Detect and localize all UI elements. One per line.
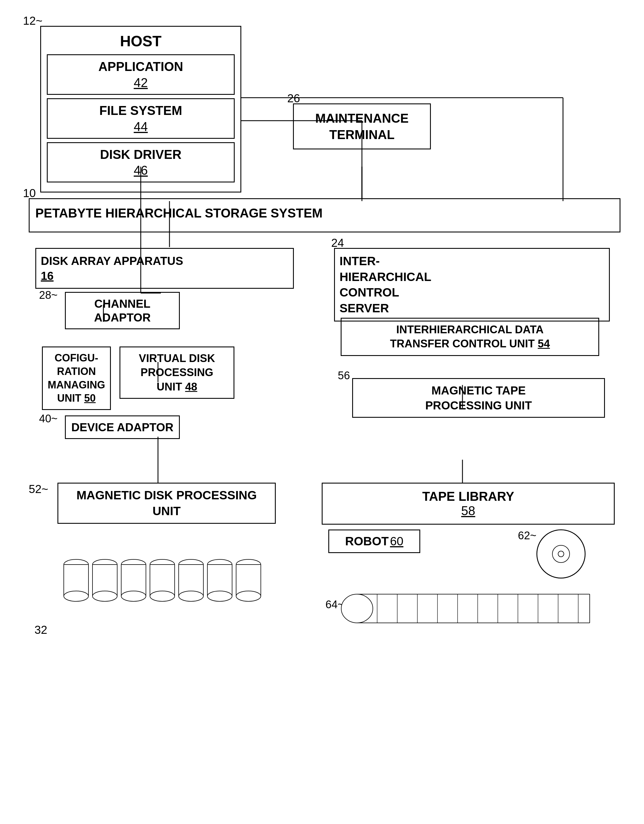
- application-box: APPLICATION 42: [47, 54, 235, 95]
- device-adaptor-box: DEVICE ADAPTOR: [65, 415, 180, 439]
- virtual-disk-label: VIRTUAL DISKPROCESSINGUNIT 48: [139, 352, 215, 393]
- robot-label: ROBOT: [345, 534, 389, 548]
- petabyte-box: PETABYTE HIERARCHICAL STORAGE SYSTEM DIS…: [29, 198, 621, 232]
- disk-cylinders: [63, 557, 261, 603]
- channel-adaptor-box: CHANNEL ADAPTOR: [65, 292, 180, 329]
- ref-32: 32: [34, 623, 48, 636]
- device-adaptor-label: DEVICE ADAPTOR: [71, 421, 174, 434]
- robot-number: 60: [390, 534, 404, 548]
- maintenance-terminal-label: MAINTENANCE TERMINAL: [315, 111, 409, 141]
- virtual-disk-box: VIRTUAL DISKPROCESSINGUNIT 48: [120, 346, 234, 399]
- tape-library-box: TAPE LIBRARY 58 ROBOT 60 62~ 64~: [322, 483, 615, 525]
- disk-driver-number: 46: [54, 163, 228, 178]
- file-system-label: FILE SYSTEM: [99, 103, 182, 117]
- ref-62: 62~: [518, 529, 536, 542]
- ref-52: 52~: [29, 483, 48, 496]
- ref-26: 26: [287, 92, 300, 105]
- cylinder-7: [235, 557, 261, 603]
- svg-point-2: [558, 551, 564, 557]
- application-label: APPLICATION: [98, 60, 183, 74]
- file-system-box: FILE SYSTEM 44: [47, 98, 235, 139]
- svg-point-38: [236, 591, 261, 601]
- config-managing-box: COFIGU-RATIONMANAGINGUNIT 50: [42, 346, 111, 410]
- disk-array-box: DISK ARRAY APPARATUS 16 28~ CHANNEL ADAP…: [35, 248, 294, 289]
- mag-disk-box: MAGNETIC DISK PROCESSING UNIT: [57, 483, 276, 524]
- robot-box: ROBOT 60: [328, 529, 420, 553]
- application-number: 42: [54, 75, 228, 90]
- data-transfer-box: INTERHIERARCHICAL DATATRANSFER CONTROL U…: [341, 318, 599, 356]
- config-label: COFIGU-RATIONMANAGINGUNIT 50: [48, 352, 105, 404]
- host-box: HOST APPLICATION 42 FILE SYSTEM 44 DISK …: [40, 26, 241, 192]
- ref-10: 10: [23, 187, 36, 200]
- svg-point-3: [341, 594, 373, 623]
- channel-adaptor-label: CHANNEL ADAPTOR: [94, 297, 151, 324]
- svg-point-29: [150, 591, 175, 601]
- ref-56: 56: [338, 369, 350, 382]
- ref-40: 40~: [39, 413, 57, 425]
- tape-library-label: TAPE LIBRARY: [422, 489, 514, 503]
- svg-point-26: [121, 591, 146, 601]
- cylinder-2: [92, 557, 118, 603]
- ref-28: 28~: [39, 289, 57, 301]
- svg-point-32: [179, 591, 203, 601]
- mag-tape-inner-label: MAGNETIC TAPEPROCESSING UNIT: [425, 384, 532, 412]
- diagram-container: 12~ HOST APPLICATION 42 FILE SYSTEM 44 D…: [17, 11, 626, 810]
- cylinder-1: [63, 557, 89, 603]
- petabyte-title: PETABYTE HIERARCHICAL STORAGE SYSTEM: [35, 205, 614, 221]
- inter-hier-box: INTER-HIERARCHICALCONTROLSERVER INTERHIE…: [334, 248, 610, 321]
- ref-12: 12~: [23, 14, 43, 27]
- cylinder-3: [121, 557, 146, 603]
- cylinder-4: [149, 557, 175, 603]
- mag-disk-label: MAGNETIC DISK PROCESSING UNIT: [77, 489, 257, 518]
- svg-point-20: [64, 591, 89, 601]
- cylinder-5: [178, 557, 204, 603]
- disk-driver-box: DISK DRIVER 46: [47, 142, 235, 183]
- tape-library-title-container: TAPE LIBRARY 58: [328, 489, 608, 518]
- disk-array-title: DISK ARRAY APPARATUS 16: [41, 254, 288, 283]
- disk-driver-label: DISK DRIVER: [100, 148, 181, 161]
- file-system-number: 44: [54, 120, 228, 134]
- tape-reel-svg: [535, 528, 587, 580]
- data-transfer-label: INTERHIERARCHICAL DATATRANSFER CONTROL U…: [390, 323, 550, 350]
- maintenance-terminal-box: MAINTENANCE TERMINAL: [293, 103, 431, 149]
- host-title: HOST: [47, 32, 235, 50]
- cylinder-6: [207, 557, 233, 603]
- svg-point-35: [207, 591, 232, 601]
- mag-tape-inner-box: MAGNETIC TAPEPROCESSING UNIT: [352, 378, 605, 418]
- ref-24: 24: [331, 237, 344, 249]
- tape-library-number: 58: [461, 504, 475, 518]
- tape-cassettes-svg: [340, 593, 604, 624]
- inter-hier-title: INTER-HIERARCHICALCONTROLSERVER: [340, 254, 604, 316]
- svg-point-23: [92, 591, 117, 601]
